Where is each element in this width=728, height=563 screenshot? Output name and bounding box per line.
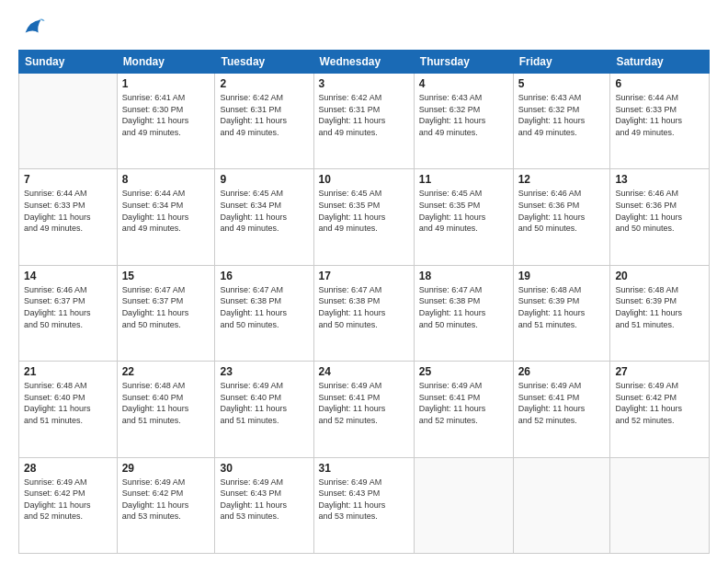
day-info: Sunrise: 6:46 AMSunset: 6:36 PMDaylight:…	[615, 188, 704, 234]
day-number: 13	[615, 173, 704, 186]
day-number: 25	[419, 365, 508, 378]
day-info: Sunrise: 6:47 AMSunset: 6:37 PMDaylight:…	[122, 284, 210, 330]
calendar-cell: 22Sunrise: 6:48 AMSunset: 6:40 PMDayligh…	[117, 362, 215, 457]
calendar-cell: 27Sunrise: 6:49 AMSunset: 6:42 PMDayligh…	[610, 362, 710, 457]
weekday-saturday: Saturday	[610, 51, 710, 74]
day-number: 16	[220, 270, 308, 282]
week-row-5: 28Sunrise: 6:49 AMSunset: 6:42 PMDayligh…	[19, 457, 710, 553]
day-number: 29	[122, 462, 210, 475]
week-row-3: 14Sunrise: 6:46 AMSunset: 6:37 PMDayligh…	[19, 265, 710, 361]
day-number: 4	[419, 77, 508, 90]
calendar-cell: 16Sunrise: 6:47 AMSunset: 6:38 PMDayligh…	[215, 265, 313, 361]
day-info: Sunrise: 6:46 AMSunset: 6:36 PMDaylight:…	[518, 188, 606, 234]
week-row-2: 7Sunrise: 6:44 AMSunset: 6:33 PMDaylight…	[19, 169, 710, 265]
day-info: Sunrise: 6:45 AMSunset: 6:35 PMDaylight:…	[319, 188, 409, 234]
calendar-cell	[513, 457, 610, 553]
logo-bird-icon	[20, 15, 46, 40]
day-info: Sunrise: 6:42 AMSunset: 6:31 PMDaylight:…	[220, 92, 308, 138]
calendar-cell: 3Sunrise: 6:42 AMSunset: 6:31 PMDaylight…	[313, 74, 414, 169]
day-number: 1	[122, 77, 210, 90]
day-number: 24	[319, 365, 409, 378]
calendar-table: SundayMondayTuesdayWednesdayThursdayFrid…	[18, 50, 710, 554]
day-number: 10	[319, 173, 409, 186]
calendar-cell: 9Sunrise: 6:45 AMSunset: 6:34 PMDaylight…	[215, 169, 313, 265]
calendar-cell: 4Sunrise: 6:43 AMSunset: 6:32 PMDaylight…	[414, 74, 513, 169]
day-info: Sunrise: 6:47 AMSunset: 6:38 PMDaylight:…	[319, 284, 409, 330]
weekday-sunday: Sunday	[19, 51, 118, 74]
day-info: Sunrise: 6:49 AMSunset: 6:41 PMDaylight:…	[419, 380, 508, 426]
week-row-4: 21Sunrise: 6:48 AMSunset: 6:40 PMDayligh…	[19, 362, 710, 457]
day-info: Sunrise: 6:42 AMSunset: 6:31 PMDaylight:…	[319, 92, 409, 138]
calendar-cell: 8Sunrise: 6:44 AMSunset: 6:34 PMDaylight…	[117, 169, 215, 265]
day-info: Sunrise: 6:45 AMSunset: 6:34 PMDaylight:…	[220, 188, 308, 234]
day-number: 9	[220, 173, 308, 186]
calendar-cell: 24Sunrise: 6:49 AMSunset: 6:41 PMDayligh…	[313, 362, 414, 457]
day-number: 5	[518, 77, 606, 90]
day-info: Sunrise: 6:47 AMSunset: 6:38 PMDaylight:…	[220, 284, 308, 330]
calendar-cell: 26Sunrise: 6:49 AMSunset: 6:41 PMDayligh…	[513, 362, 610, 457]
calendar-cell: 14Sunrise: 6:46 AMSunset: 6:37 PMDayligh…	[19, 265, 118, 361]
calendar-cell	[19, 74, 118, 169]
calendar-cell: 30Sunrise: 6:49 AMSunset: 6:43 PMDayligh…	[215, 457, 313, 553]
day-number: 7	[24, 173, 112, 186]
calendar-cell: 20Sunrise: 6:48 AMSunset: 6:39 PMDayligh…	[610, 265, 710, 361]
day-info: Sunrise: 6:44 AMSunset: 6:33 PMDaylight:…	[615, 92, 704, 138]
calendar-cell: 19Sunrise: 6:48 AMSunset: 6:39 PMDayligh…	[513, 265, 610, 361]
day-info: Sunrise: 6:44 AMSunset: 6:34 PMDaylight:…	[122, 188, 210, 234]
day-number: 30	[220, 462, 308, 475]
calendar-cell: 21Sunrise: 6:48 AMSunset: 6:40 PMDayligh…	[19, 362, 118, 457]
calendar-cell: 23Sunrise: 6:49 AMSunset: 6:40 PMDayligh…	[215, 362, 313, 457]
calendar-cell: 6Sunrise: 6:44 AMSunset: 6:33 PMDaylight…	[610, 74, 710, 169]
calendar-cell: 17Sunrise: 6:47 AMSunset: 6:38 PMDayligh…	[313, 265, 414, 361]
weekday-monday: Monday	[117, 51, 215, 74]
day-number: 22	[122, 365, 210, 378]
day-info: Sunrise: 6:49 AMSunset: 6:43 PMDaylight:…	[220, 477, 308, 523]
day-info: Sunrise: 6:46 AMSunset: 6:37 PMDaylight:…	[24, 284, 112, 330]
calendar-cell: 15Sunrise: 6:47 AMSunset: 6:37 PMDayligh…	[117, 265, 215, 361]
calendar-cell: 25Sunrise: 6:49 AMSunset: 6:41 PMDayligh…	[414, 362, 513, 457]
header	[18, 15, 710, 40]
day-number: 21	[24, 365, 112, 378]
day-info: Sunrise: 6:48 AMSunset: 6:39 PMDaylight:…	[518, 284, 606, 330]
weekday-friday: Friday	[513, 51, 610, 74]
weekday-wednesday: Wednesday	[313, 51, 414, 74]
day-info: Sunrise: 6:47 AMSunset: 6:38 PMDaylight:…	[419, 284, 508, 330]
calendar-cell: 2Sunrise: 6:42 AMSunset: 6:31 PMDaylight…	[215, 74, 313, 169]
calendar-cell: 29Sunrise: 6:49 AMSunset: 6:42 PMDayligh…	[117, 457, 215, 553]
day-number: 23	[220, 365, 308, 378]
day-number: 8	[122, 173, 210, 186]
calendar-cell	[610, 457, 710, 553]
calendar-cell: 13Sunrise: 6:46 AMSunset: 6:36 PMDayligh…	[610, 169, 710, 265]
calendar-cell: 12Sunrise: 6:46 AMSunset: 6:36 PMDayligh…	[513, 169, 610, 265]
calendar-cell: 28Sunrise: 6:49 AMSunset: 6:42 PMDayligh…	[19, 457, 118, 553]
day-number: 20	[615, 270, 704, 282]
calendar-cell: 18Sunrise: 6:47 AMSunset: 6:38 PMDayligh…	[414, 265, 513, 361]
calendar-cell: 10Sunrise: 6:45 AMSunset: 6:35 PMDayligh…	[313, 169, 414, 265]
day-info: Sunrise: 6:48 AMSunset: 6:40 PMDaylight:…	[122, 380, 210, 426]
day-info: Sunrise: 6:43 AMSunset: 6:32 PMDaylight:…	[518, 92, 606, 138]
calendar-cell: 1Sunrise: 6:41 AMSunset: 6:30 PMDaylight…	[117, 74, 215, 169]
week-row-1: 1Sunrise: 6:41 AMSunset: 6:30 PMDaylight…	[19, 74, 710, 169]
day-info: Sunrise: 6:49 AMSunset: 6:41 PMDaylight:…	[319, 380, 409, 426]
day-number: 18	[419, 270, 508, 282]
day-info: Sunrise: 6:49 AMSunset: 6:42 PMDaylight:…	[615, 380, 704, 426]
day-info: Sunrise: 6:41 AMSunset: 6:30 PMDaylight:…	[122, 92, 210, 138]
day-number: 19	[518, 270, 606, 282]
day-number: 15	[122, 270, 210, 282]
day-info: Sunrise: 6:43 AMSunset: 6:32 PMDaylight:…	[419, 92, 508, 138]
day-number: 12	[518, 173, 606, 186]
day-info: Sunrise: 6:49 AMSunset: 6:43 PMDaylight:…	[319, 477, 409, 523]
day-info: Sunrise: 6:45 AMSunset: 6:35 PMDaylight:…	[419, 188, 508, 234]
day-info: Sunrise: 6:49 AMSunset: 6:42 PMDaylight:…	[122, 477, 210, 523]
day-number: 2	[220, 77, 308, 90]
logo	[18, 18, 46, 40]
day-number: 14	[24, 270, 112, 282]
calendar-cell: 31Sunrise: 6:49 AMSunset: 6:43 PMDayligh…	[313, 457, 414, 553]
weekday-header-row: SundayMondayTuesdayWednesdayThursdayFrid…	[19, 51, 710, 74]
day-number: 11	[419, 173, 508, 186]
day-number: 28	[24, 462, 112, 475]
day-info: Sunrise: 6:44 AMSunset: 6:33 PMDaylight:…	[24, 188, 112, 234]
day-info: Sunrise: 6:49 AMSunset: 6:40 PMDaylight:…	[220, 380, 308, 426]
day-number: 6	[615, 77, 704, 90]
day-info: Sunrise: 6:48 AMSunset: 6:39 PMDaylight:…	[615, 284, 704, 330]
